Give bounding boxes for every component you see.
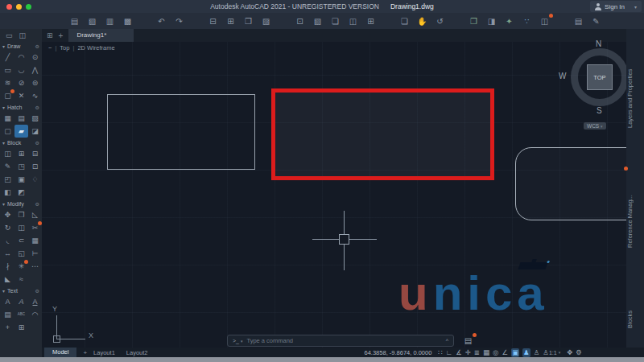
etransmit-icon[interactable]: ⊡ (294, 15, 306, 27)
block-attribute-icon[interactable]: ◰ (1, 173, 14, 186)
redo-icon[interactable]: ↷ (173, 15, 185, 27)
edit-block-icon[interactable]: ⊟ (28, 147, 42, 160)
annotation-visibility-icon[interactable]: ♟ (522, 348, 530, 357)
measure-icon[interactable]: ❐ (468, 15, 480, 27)
hatch-line-icon[interactable]: ≋ (1, 76, 14, 89)
hatch-gradient-icon[interactable]: ◪ (28, 125, 42, 138)
hatch-pattern-icon[interactable]: ▦ (1, 112, 14, 125)
drawing-canvas[interactable]: − | Top | 2D Wireframe Y X unica N S W E (42, 42, 626, 348)
break-icon[interactable]: ∤ (1, 260, 14, 273)
line-icon[interactable]: ╱ (1, 51, 14, 64)
explode-icon[interactable]: ✳ (14, 260, 28, 273)
compass-north-label[interactable]: N (596, 39, 601, 48)
erase-icon[interactable]: ◺ (28, 208, 42, 221)
chevron-down-icon[interactable]: ▾ (241, 339, 243, 343)
sign-in-button[interactable]: Sign In ▾ (590, 1, 642, 12)
palette-draw-icon[interactable]: ▭ (6, 31, 13, 39)
drawn-rectangle[interactable] (107, 94, 255, 170)
fillet-icon[interactable]: ◟ (1, 234, 14, 247)
offset-icon[interactable]: ⊂ (14, 234, 28, 247)
text-frame-icon[interactable]: ▤ (1, 308, 14, 321)
minimize-window-button[interactable] (16, 4, 22, 10)
section-header-hatch[interactable]: ▾Hatch⚙ (0, 102, 42, 112)
print-icon[interactable]: ⊟ (207, 15, 219, 27)
attach-reference-icon[interactable]: ◳ (14, 160, 28, 173)
mirror-icon[interactable]: ◫ (14, 221, 28, 234)
paste-icon[interactable]: ▨ (260, 15, 272, 27)
move-icon[interactable]: ✥ (1, 208, 14, 221)
ellipse-icon[interactable]: ⊜ (28, 76, 42, 89)
viewport-view-button[interactable]: Top (60, 44, 69, 51)
gear-icon[interactable]: ⚙ (35, 288, 39, 294)
drawing-tab-active[interactable]: Drawing1* (68, 29, 134, 42)
layout1-tab[interactable]: Layout1 (93, 349, 115, 356)
viewport-collapse-button[interactable]: − (48, 44, 52, 51)
batch-plot-icon[interactable]: ❏ (329, 15, 341, 27)
polyline-icon[interactable]: ⋀ (28, 64, 42, 76)
base-point-icon[interactable]: ⊡ (28, 160, 42, 173)
add-tool-icon[interactable]: + (1, 321, 14, 334)
point-cloud-icon[interactable]: ∵ (521, 15, 533, 27)
pan-icon[interactable]: ✋ (416, 15, 428, 27)
create-block-icon[interactable]: ⊞ (14, 147, 28, 160)
polar-tracking-icon[interactable]: ∡ (456, 348, 462, 357)
close-window-button[interactable] (6, 4, 12, 10)
table-icon[interactable]: ⊞ (14, 321, 28, 334)
palette-3d-icon[interactable]: ◫ (19, 31, 27, 39)
panel-tab-layers-properties[interactable]: Layers and Properties (626, 47, 644, 150)
match-properties-icon[interactable]: ◨ (485, 15, 497, 27)
annotation-scale-icon[interactable]: ♙ (543, 348, 549, 357)
block-palette-icon[interactable]: ◧ (1, 186, 14, 199)
print-preview-icon[interactable]: ⊞ (225, 15, 237, 27)
count-blocks-icon[interactable]: ◩ (14, 186, 28, 199)
rectangle-icon[interactable]: ▭ (1, 64, 14, 76)
spline-icon[interactable]: ∿ (28, 89, 42, 102)
angle-icon[interactable]: ∠ (502, 348, 508, 357)
zoom-window-icon[interactable]: ❏ (398, 15, 411, 27)
gear-icon[interactable]: ⚙ (35, 43, 39, 49)
model-tab[interactable]: Model (44, 348, 76, 357)
point-icon[interactable]: ✕ (14, 89, 28, 102)
copy-icon[interactable]: ❐ (242, 15, 254, 27)
copy-object-icon[interactable]: ❐ (14, 208, 28, 221)
sync-attribute-icon[interactable]: ♢ (28, 173, 42, 186)
new-tab-button[interactable]: + (59, 31, 64, 40)
add-layout-button[interactable]: + (83, 349, 87, 356)
spell-check-icon[interactable]: ABC (14, 308, 28, 321)
save-as-icon[interactable]: ▩ (122, 15, 134, 27)
rotate-icon[interactable]: ↻ (1, 221, 14, 234)
section-header-modify[interactable]: ▾Modify⚙ (0, 199, 42, 208)
rounded-rectangle-icon[interactable]: ▢ (1, 89, 14, 102)
write-block-icon[interactable]: ✎ (1, 160, 14, 173)
layout2-tab[interactable]: Layout2 (126, 349, 148, 356)
trim-icon[interactable]: ✂ (28, 221, 42, 234)
reference-icon[interactable]: ⊞ (365, 15, 377, 27)
hatch-cross-icon[interactable]: ▨ (28, 112, 42, 125)
open-file-icon[interactable]: ▧ (86, 15, 98, 27)
join-icon[interactable]: ⋯ (28, 260, 42, 273)
panel-tab-blocks[interactable]: Blocks (626, 288, 644, 351)
viewport-style-button[interactable]: 2D Wireframe (77, 44, 114, 51)
section-header-draw[interactable]: ▾Draw⚙ (0, 41, 42, 51)
tool-palettes-icon[interactable]: ▤ (572, 15, 584, 27)
hatch-lines-icon[interactable]: ▤ (14, 112, 28, 125)
hatch-boundary-icon[interactable]: ▢ (1, 125, 14, 138)
insert-block-icon[interactable]: ◫ (1, 147, 14, 160)
settings-gear-icon[interactable]: ⚙ (576, 348, 582, 357)
block-editor-icon[interactable]: ✦ (503, 15, 515, 27)
command-input[interactable]: Type a command (247, 337, 446, 344)
save-icon[interactable]: ▥ (104, 15, 116, 27)
share-icon[interactable]: ✥ (567, 348, 572, 357)
text-style-icon[interactable]: A (28, 295, 42, 308)
grid-display-icon[interactable]: ∷ (438, 348, 442, 357)
arc-3point-icon[interactable]: ◡ (14, 64, 28, 76)
publish-icon[interactable]: ▧ (312, 15, 324, 27)
arc-icon[interactable]: ◠ (14, 51, 28, 64)
arc-text-icon[interactable]: ◠ (28, 308, 42, 321)
snap-tracking-icon[interactable]: ≣ (474, 348, 480, 357)
compass-south-label[interactable]: S (597, 106, 602, 115)
gear-icon[interactable]: ⚙ (35, 140, 39, 146)
annotation-scale-dropdown[interactable]: 1:1 ▾ (549, 350, 560, 356)
viewcube-top-face[interactable]: TOP (587, 64, 613, 90)
autoscale-icon[interactable]: ♙ (534, 348, 540, 357)
